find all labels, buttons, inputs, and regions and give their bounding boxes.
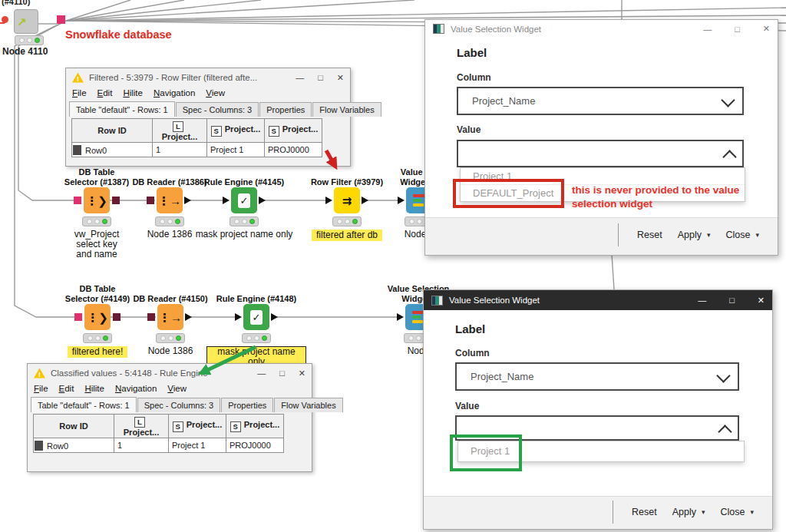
row-selector[interactable]	[35, 441, 43, 451]
status-light	[242, 333, 271, 343]
column-header[interactable]: SProject...	[265, 119, 322, 143]
dialog-title: Value Selection Widget	[451, 25, 697, 34]
close-icon[interactable]: ✕	[337, 73, 344, 83]
label-heading: Label	[457, 46, 487, 59]
node-4110-body[interactable]: ↗	[14, 9, 38, 34]
table-header-row: Row ID LProject... SProject... SProject.…	[72, 119, 322, 143]
tab-properties[interactable]: Properties	[259, 102, 312, 117]
data-output-port	[185, 313, 192, 321]
db-output-port	[113, 313, 121, 321]
db-input-port	[74, 197, 81, 204]
column-header[interactable]: Row ID	[34, 415, 114, 438]
menu-hilite[interactable]: Hilite	[84, 384, 104, 393]
red-highlight-box	[453, 179, 564, 208]
dialog-value-selection-widget-top: Value Selection Widget — □ ✕ Label Colum…	[424, 19, 778, 256]
node-4110-input-port	[2, 16, 8, 23]
status-light	[332, 216, 362, 226]
node-4110[interactable]: (#4110) ↗ Node 4110	[0, 0, 73, 6]
column-header[interactable]: LProject...	[153, 119, 207, 143]
close-icon[interactable]: ✕	[758, 296, 765, 306]
minimize-icon[interactable]: —	[703, 25, 712, 34]
dialog-footer: Reset Apply▾ Close▾	[425, 217, 778, 255]
widget-app-icon	[431, 296, 443, 306]
node-4110-ref: (#4110)	[2, 0, 73, 6]
column-header[interactable]: LProject...	[114, 415, 169, 438]
node-4110-label: Node 4110	[2, 46, 48, 57]
reset-button[interactable]: Reset	[629, 226, 670, 244]
table-header-row: Row ID LProject... SProject... SProject.…	[34, 415, 284, 438]
label-heading: Label	[455, 322, 485, 335]
table-row[interactable]: Row0 1 Project 1 PROJ0000	[34, 438, 284, 453]
menu-edit[interactable]: Edit	[59, 384, 74, 393]
data-input-port	[398, 197, 405, 204]
node-db-reader-4150[interactable]: DB Reader (#4150) ⋮→ Node 1386	[121, 276, 220, 356]
close-button[interactable]: Close▾	[718, 226, 768, 244]
tab-flow-variables[interactable]: Flow Variables	[274, 398, 342, 412]
menu-file[interactable]: File	[72, 88, 87, 97]
data-input-port	[397, 313, 404, 321]
apply-button[interactable]: Apply▾	[665, 503, 713, 521]
close-button[interactable]: Close▾	[713, 503, 762, 521]
value-select[interactable]	[457, 140, 744, 167]
minimize-icon[interactable]: —	[698, 296, 706, 305]
row-selector[interactable]	[73, 145, 81, 155]
status-light	[83, 333, 112, 343]
db-output-port	[112, 197, 120, 204]
status-light	[230, 216, 259, 226]
menu-edit[interactable]: Edit	[97, 88, 113, 97]
menu-navigation[interactable]: Navigation	[115, 384, 157, 393]
tab-spec[interactable]: Spec - Columns: 3	[137, 398, 220, 412]
tab-flow-variables[interactable]: Flow Variables	[312, 102, 381, 117]
table-row[interactable]: Row0 1 Project 1 PROJ0000	[72, 143, 322, 157]
menu-view[interactable]: View	[206, 88, 225, 97]
menu-bar: File Edit Hilite Navigation View	[28, 382, 312, 395]
maximize-icon[interactable]: □	[318, 73, 323, 82]
type-badge: L	[134, 417, 145, 428]
column-select[interactable]: Project_Name	[455, 362, 739, 391]
node-rule-engine-4148[interactable]: Rule Engine (#4148) ✓ mask project name …	[206, 276, 306, 368]
button-group-separator	[613, 501, 613, 524]
column-select[interactable]: Project_Name	[457, 87, 744, 115]
window-filtered-row-filter: ! Filtered - 5:3979 - Row Filter (filter…	[65, 68, 351, 167]
window-classified-rule-engine: ! Classified values - 5:4148 - Rule Engi…	[27, 363, 312, 472]
menu-navigation[interactable]: Navigation	[154, 88, 195, 97]
tab-table[interactable]: Table "default" - Rows: 1	[31, 397, 137, 412]
menu-hilite[interactable]: Hilite	[123, 88, 143, 97]
window-titlebar[interactable]: ! Classified values - 5:4148 - Rule Engi…	[28, 364, 312, 382]
close-icon[interactable]: ✕	[299, 368, 305, 378]
warning-icon: !	[72, 73, 84, 83]
node-rule-engine-4145[interactable]: Rule Engine (#4145) ✓ mask project name …	[194, 159, 294, 240]
column-header[interactable]: SProject...	[169, 415, 226, 438]
value-field-label: Value	[457, 124, 481, 135]
menu-view[interactable]: View	[167, 384, 187, 393]
tab-spec[interactable]: Spec - Columns: 3	[176, 102, 259, 117]
column-header[interactable]: SProject...	[226, 415, 284, 438]
node-4110-output-port	[57, 15, 65, 24]
db-reader-icon: ⋮→	[159, 312, 182, 323]
type-badge: S	[211, 126, 222, 137]
tab-table[interactable]: Table "default" - Rows: 1	[69, 101, 175, 117]
menu-file[interactable]: File	[34, 384, 48, 393]
dialog-titlebar[interactable]: Value Selection Widget — □ ✕	[425, 20, 778, 38]
column-header[interactable]: Row ID	[72, 119, 153, 143]
maximize-icon[interactable]: □	[729, 296, 735, 305]
minimize-icon[interactable]: —	[257, 368, 266, 378]
tab-properties[interactable]: Properties	[221, 398, 273, 412]
green-highlight-box	[450, 435, 522, 471]
column-header[interactable]: SProject...	[207, 119, 265, 143]
maximize-icon[interactable]: □	[279, 368, 285, 378]
minimize-icon[interactable]: —	[296, 73, 304, 82]
db-table-selector-icon: ⋮❯	[86, 195, 107, 207]
tab-bar: Table "default" - Rows: 1 Spec - Columns…	[28, 395, 312, 412]
status-light	[155, 216, 184, 226]
close-icon[interactable]: ✕	[763, 24, 770, 34]
window-titlebar[interactable]: ! Filtered - 5:3979 - Row Filter (filter…	[66, 68, 350, 87]
maximize-icon[interactable]: □	[735, 25, 740, 34]
chevron-up-icon	[718, 425, 732, 438]
dialog-value-selection-widget-bottom: Value Selection Widget — □ ✕ Label Colum…	[423, 289, 773, 530]
dialog-titlebar[interactable]: Value Selection Widget — □ ✕	[424, 290, 772, 310]
apply-button[interactable]: Apply▾	[670, 226, 718, 244]
caret-down-icon: ▾	[707, 231, 711, 239]
data-table: Row ID LProject... SProject... SProject.…	[33, 414, 284, 453]
reset-button[interactable]: Reset	[624, 503, 665, 521]
